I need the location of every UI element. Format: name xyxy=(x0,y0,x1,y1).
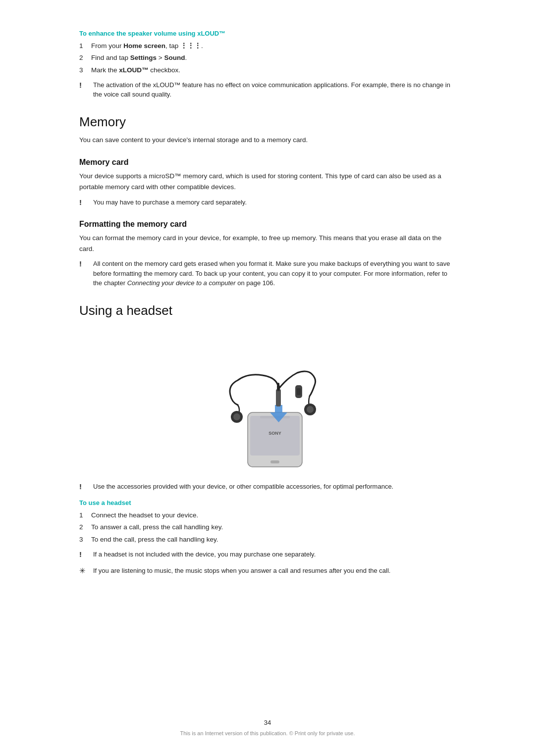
use-headset-title: To use a headset xyxy=(79,499,456,506)
memory-section: Memory You can save content to your devi… xyxy=(79,114,456,288)
exclamation-icon: ! xyxy=(79,81,88,89)
enhance-volume-title: To enhance the speaker volume using xLOU… xyxy=(79,30,456,37)
formatting-subsection: Formatting the memory card You can forma… xyxy=(79,220,456,288)
enhance-step-1: 1 From your Home screen, tap ⋮⋮⋮. xyxy=(79,41,456,51)
memory-intro: You can save content to your device's in… xyxy=(79,135,456,146)
svg-rect-6 xyxy=(276,389,281,406)
headset-section: Using a headset SONY xyxy=(79,303,456,576)
exclamation-icon-3: ! xyxy=(79,259,88,268)
formatting-heading: Formatting the memory card xyxy=(79,220,456,229)
enhance-step-3: 3 Mark the xLOUD™ checkbox. xyxy=(79,65,456,75)
headset-step-1: 1 Connect the headset to your device. xyxy=(79,510,456,520)
memory-card-heading: Memory card xyxy=(79,158,456,167)
enhance-volume-steps: 1 From your Home screen, tap ⋮⋮⋮. 2 Find… xyxy=(79,41,456,75)
footer-note: This is an Internet version of this publ… xyxy=(0,730,535,736)
enhance-volume-note: ! The activation of the xLOUD™ feature h… xyxy=(79,80,456,100)
memory-heading: Memory xyxy=(79,114,456,130)
page-number: 34 xyxy=(0,719,535,726)
enhance-step-2: 2 Find and tap Settings > Sound. xyxy=(79,53,456,63)
page-footer: 34 This is an Internet version of this p… xyxy=(0,719,535,736)
headset-image-container: SONY xyxy=(79,333,456,472)
memory-card-note: ! You may have to purchase a memory card… xyxy=(79,198,456,207)
headset-tip: ✳ If you are listening to music, the mus… xyxy=(79,566,456,576)
svg-point-12 xyxy=(307,406,314,413)
svg-point-10 xyxy=(233,413,240,420)
page: To enhance the speaker volume using xLOU… xyxy=(0,0,535,756)
svg-rect-14 xyxy=(297,388,301,395)
headset-step-2: 2 To answer a call, press the call handl… xyxy=(79,522,456,532)
use-headset-steps: 1 Connect the headset to your device. 2 … xyxy=(79,510,456,545)
exclamation-icon-5: ! xyxy=(79,550,88,558)
headset-use-note: ! If a headset is not included with the … xyxy=(79,550,456,559)
headset-illustration: SONY xyxy=(183,336,352,469)
memory-card-body: Your device supports a microSD™ memory c… xyxy=(79,171,456,192)
formatting-body: You can format the memory card in your d… xyxy=(79,233,456,254)
headset-step-3: 3 To end the call, press the call handli… xyxy=(79,535,456,545)
enhance-volume-section: To enhance the speaker volume using xLOU… xyxy=(79,30,456,100)
svg-rect-1 xyxy=(250,416,300,455)
exclamation-icon-2: ! xyxy=(79,198,88,206)
memory-card-subsection: Memory card Your device supports a micro… xyxy=(79,158,456,207)
exclamation-icon-4: ! xyxy=(79,482,88,491)
formatting-note: ! All content on the memory card gets er… xyxy=(79,259,456,288)
headset-heading: Using a headset xyxy=(79,303,456,318)
use-headset-subsection: To use a headset 1 Connect the headset t… xyxy=(79,499,456,576)
svg-rect-3 xyxy=(270,460,279,463)
headset-note: ! Use the accessories provided with your… xyxy=(79,482,456,492)
svg-text:SONY: SONY xyxy=(268,431,281,436)
star-tip-icon: ✳ xyxy=(79,566,88,575)
